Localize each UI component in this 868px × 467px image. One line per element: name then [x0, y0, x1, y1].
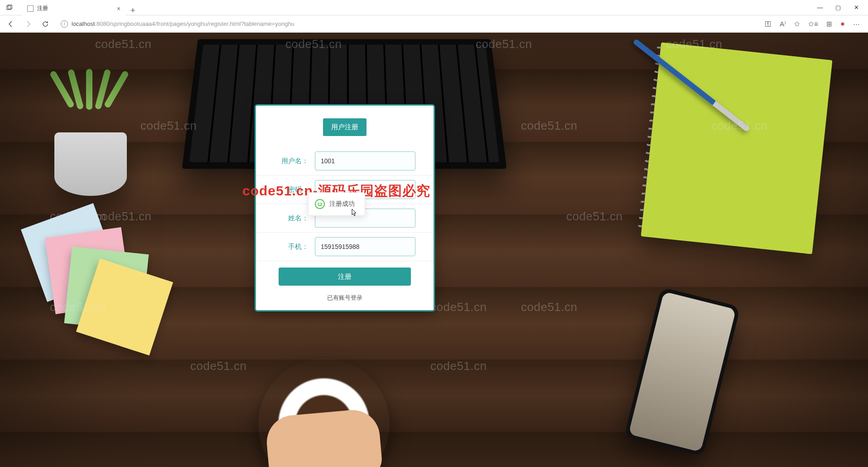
url-port: :8080 — [95, 20, 110, 27]
url-path: /springbootuaaa4/front/pages/yonghu/regi… — [110, 20, 294, 27]
browser-tab[interactable]: 注册 × — [22, 2, 126, 15]
tab-close-icon[interactable]: × — [117, 5, 121, 12]
password-label: 密码： — [256, 185, 315, 194]
new-tab-button[interactable]: + — [126, 6, 140, 15]
favorite-icon[interactable]: ✩ — [794, 20, 800, 28]
form-row-username: 用户名： — [256, 147, 434, 175]
toast-message: 注册成功 — [329, 200, 355, 208]
url-host: localhost — [72, 20, 95, 27]
tab-favicon-icon — [27, 5, 34, 12]
nav-refresh-button[interactable] — [39, 18, 52, 30]
username-label: 用户名： — [256, 157, 315, 165]
success-smile-icon — [315, 199, 325, 209]
tab-title: 注册 — [37, 5, 113, 12]
phone-label: 手机： — [256, 243, 315, 251]
register-button[interactable]: 注册 — [279, 268, 411, 286]
window-close-button[interactable]: ✕ — [853, 4, 860, 11]
username-input[interactable] — [315, 151, 415, 170]
nav-forward-button[interactable] — [22, 18, 34, 30]
background-notebook — [641, 42, 833, 254]
mouse-cursor-icon — [350, 209, 357, 219]
name-label: 姓名： — [256, 214, 315, 223]
window-icon — [5, 3, 14, 13]
background-sticky-notes — [32, 214, 149, 350]
login-link[interactable]: 已有账号登录 — [256, 288, 434, 302]
menu-icon[interactable]: ⋯ — [853, 20, 860, 28]
form-row-phone: 手机： — [256, 233, 434, 261]
favorites-bar-icon[interactable]: ✩≡ — [808, 20, 818, 28]
nav-back-button[interactable] — [5, 18, 17, 30]
collections-icon[interactable]: ⊞ — [826, 20, 832, 28]
background-plant — [41, 60, 140, 196]
window-maximize-button[interactable]: ▢ — [834, 4, 842, 11]
site-info-icon[interactable]: i — [61, 20, 68, 28]
profile-avatar[interactable] — [840, 22, 845, 26]
window-minimize-button[interactable]: — — [816, 4, 824, 11]
phone-input[interactable] — [315, 237, 415, 256]
page-content: code51.cn code51.cn code51.cn code51.cn … — [0, 33, 868, 467]
card-title: 用户注册 — [323, 118, 366, 136]
browser-titlebar: 注册 × + — ▢ ✕ — [0, 0, 868, 15]
read-aloud-icon[interactable]: A⁾ — [780, 20, 786, 28]
address-bar[interactable]: i localhost:8080/springbootuaaa4/front/p… — [56, 18, 760, 30]
browser-toolbar: i localhost:8080/springbootuaaa4/front/p… — [0, 15, 868, 33]
key-icon[interactable]: ⚿ — [765, 20, 772, 28]
